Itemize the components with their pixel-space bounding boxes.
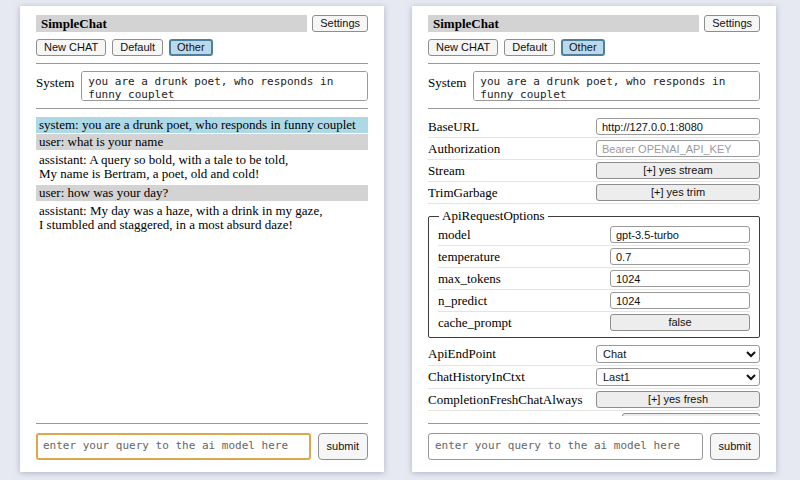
completioninsertstandardroleprefix-button[interactable]: [-] dont insert xyxy=(622,413,760,416)
trimgarbage-control: [+] yes trim xyxy=(596,184,760,201)
settings-row-n-predict: n_predict xyxy=(438,290,750,312)
settings-button[interactable]: Settings xyxy=(704,15,760,32)
app-title: SimpleChat xyxy=(428,15,699,32)
query-row: submit xyxy=(428,433,760,460)
divider xyxy=(428,63,760,64)
apiendpoint-label: ApiEndPoint xyxy=(428,346,596,362)
settings-button[interactable]: Settings xyxy=(312,15,368,32)
session-tabs: New CHATDefaultOther xyxy=(428,39,760,56)
session-button-default[interactable]: Default xyxy=(112,39,163,56)
model-label: model xyxy=(438,227,610,243)
chat-panel: SimpleChat Settings New CHATDefaultOther… xyxy=(20,6,384,472)
settings-row-baseurl: BaseURL xyxy=(428,116,760,138)
authorization-control xyxy=(596,140,760,157)
session-button-other[interactable]: Other xyxy=(169,39,213,56)
authorization-label: Authorization xyxy=(428,141,596,157)
header: SimpleChat Settings xyxy=(36,15,368,32)
query-input[interactable] xyxy=(428,433,703,460)
chat-log: system: you are a drunk poet, who respon… xyxy=(36,117,368,416)
divider xyxy=(36,108,368,109)
settings-form: BaseURLAuthorizationStream[+] yes stream… xyxy=(428,116,760,416)
submit-button[interactable]: submit xyxy=(710,433,760,460)
stream-label: Stream xyxy=(428,163,596,179)
baseurl-input[interactable] xyxy=(596,118,760,135)
divider xyxy=(428,423,760,424)
session-tabs: New CHATDefaultOther xyxy=(36,39,368,56)
divider xyxy=(428,108,760,109)
chathistoryinctxt-control: Last1 xyxy=(596,368,760,386)
session-button-other[interactable]: Other xyxy=(561,39,605,56)
system-prompt-row: System you are a drunk poet, who respond… xyxy=(36,71,368,101)
cache-prompt-button[interactable]: false xyxy=(610,314,750,331)
query-row: submit xyxy=(36,433,368,460)
apirequestoptions-fieldset: ApiRequestOptionsmodeltemperaturemax_tok… xyxy=(428,208,760,338)
baseurl-control xyxy=(596,118,760,135)
chat-message-assistant: assistant: A query so bold, with a tale … xyxy=(36,151,368,184)
query-input[interactable] xyxy=(36,433,311,460)
chathistoryinctxt-label: ChatHistoryInCtxt xyxy=(428,369,596,385)
chat-message-user: user: what is your name xyxy=(36,134,368,150)
trimgarbage-label: TrimGarbage xyxy=(428,185,596,201)
apiendpoint-select[interactable]: Chat xyxy=(596,345,760,363)
apirequestoptions-legend: ApiRequestOptions xyxy=(439,208,548,224)
model-input[interactable] xyxy=(610,226,750,243)
max-tokens-input[interactable] xyxy=(610,270,750,287)
system-prompt-input[interactable]: you are a drunk poet, who responds in fu… xyxy=(81,71,368,101)
n-predict-control xyxy=(610,292,750,309)
chathistoryinctxt-select[interactable]: Last1 xyxy=(596,368,760,386)
settings-panel: SimpleChat Settings New CHATDefaultOther… xyxy=(412,6,776,472)
system-label: System xyxy=(36,71,74,91)
settings-row-chathistoryinctxt: ChatHistoryInCtxtLast1 xyxy=(428,366,760,389)
settings-row-trimgarbage: TrimGarbage[+] yes trim xyxy=(428,182,760,204)
chat-message-assistant: assistant: My day was a haze, with a dri… xyxy=(36,202,368,235)
apiendpoint-control: Chat xyxy=(596,345,760,363)
completioninsertstandardroleprefix-control: [-] dont insert xyxy=(622,413,760,416)
settings-row-model: model xyxy=(438,224,750,246)
system-label: System xyxy=(428,71,466,91)
session-button-new-chat[interactable]: New CHAT xyxy=(428,39,498,56)
n-predict-input[interactable] xyxy=(610,292,750,309)
settings-row-authorization: Authorization xyxy=(428,138,760,160)
session-button-default[interactable]: Default xyxy=(504,39,555,56)
authorization-input[interactable] xyxy=(596,140,760,157)
completionfreshchatalways-button[interactable]: [+] yes fresh xyxy=(596,391,760,408)
system-prompt-input[interactable]: you are a drunk poet, who responds in fu… xyxy=(473,71,760,101)
settings-row-apiendpoint: ApiEndPointChat xyxy=(428,343,760,366)
baseurl-label: BaseURL xyxy=(428,119,596,135)
divider xyxy=(36,63,368,64)
chat-message-user: user: how was your day? xyxy=(36,185,368,201)
submit-button[interactable]: submit xyxy=(318,433,368,460)
settings-row-max-tokens: max_tokens xyxy=(438,268,750,290)
settings-row-completioninsertstandardroleprefix: CompletionInsertStandardRolePrefix[-] do… xyxy=(428,411,760,416)
model-control xyxy=(610,226,750,243)
desktop: { "colors": { "page_bg": "#e7e9f2", "pan… xyxy=(0,0,800,480)
n-predict-label: n_predict xyxy=(438,293,610,309)
stream-control: [+] yes stream xyxy=(596,162,760,179)
completionfreshchatalways-label: CompletionFreshChatAlways xyxy=(428,392,596,408)
settings-row-cache-prompt: cache_promptfalse xyxy=(438,312,750,333)
temperature-input[interactable] xyxy=(610,248,750,265)
completioninsertstandardroleprefix-label: CompletionInsertStandardRolePrefix xyxy=(428,414,622,417)
trimgarbage-button[interactable]: [+] yes trim xyxy=(596,184,760,201)
divider xyxy=(36,423,368,424)
stream-button[interactable]: [+] yes stream xyxy=(596,162,760,179)
settings-row-stream: Stream[+] yes stream xyxy=(428,160,760,182)
app-title: SimpleChat xyxy=(36,15,307,32)
temperature-label: temperature xyxy=(438,249,610,265)
temperature-control xyxy=(610,248,750,265)
system-prompt-row: System you are a drunk poet, who respond… xyxy=(428,71,760,101)
completionfreshchatalways-control: [+] yes fresh xyxy=(596,391,760,408)
max-tokens-control xyxy=(610,270,750,287)
max-tokens-label: max_tokens xyxy=(438,271,610,287)
cache-prompt-control: false xyxy=(610,314,750,331)
settings-row-temperature: temperature xyxy=(438,246,750,268)
header: SimpleChat Settings xyxy=(428,15,760,32)
session-button-new-chat[interactable]: New CHAT xyxy=(36,39,106,56)
chat-message-system: system: you are a drunk poet, who respon… xyxy=(36,117,368,133)
settings-row-completionfreshchatalways: CompletionFreshChatAlways[+] yes fresh xyxy=(428,389,760,411)
cache-prompt-label: cache_prompt xyxy=(438,315,610,331)
